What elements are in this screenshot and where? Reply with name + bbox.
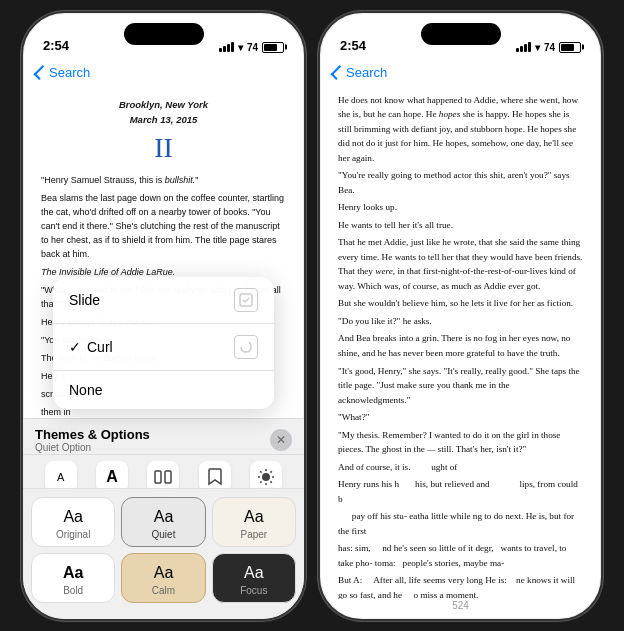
theme-original-name: Original — [56, 529, 90, 540]
dynamic-island — [124, 23, 204, 45]
r-para-12: And of course, it is. ught of — [338, 460, 583, 475]
left-status-icons: ▾ 74 — [219, 42, 284, 53]
r-signal-bar-2 — [520, 46, 523, 52]
right-battery-icon — [559, 42, 581, 53]
slide-icon — [234, 288, 258, 312]
left-back-button[interactable]: Search — [37, 65, 90, 80]
theme-calm[interactable]: Aa Calm — [121, 553, 205, 603]
r-signal-bar-4 — [528, 42, 531, 52]
right-book-content: He does not know what happened to Addie,… — [320, 89, 601, 599]
theme-focus[interactable]: Aa Focus — [212, 553, 296, 603]
r-para-14: pay off his stu- eatha little while ng t… — [338, 509, 583, 538]
right-nav-bar: Search — [320, 57, 601, 89]
theme-quiet-name: Quiet — [152, 529, 176, 540]
right-battery-fill — [561, 44, 574, 51]
r-para-8: And Bea breaks into a grin. There is no … — [338, 331, 583, 360]
theme-bold-label: Aa — [63, 564, 83, 582]
right-signal-bars — [516, 42, 531, 52]
r-para-10: "What?" — [338, 410, 583, 425]
r-para-15: has: sim, nd he's seen so little of it d… — [338, 541, 583, 570]
curl-icon — [234, 335, 258, 359]
r-para-16: But A: After all, life seems very long H… — [338, 573, 583, 598]
slide-option-none[interactable]: None — [53, 371, 274, 409]
right-back-label: Search — [346, 65, 387, 80]
left-back-label: Search — [49, 65, 90, 80]
right-status-icons: ▾ 74 — [516, 42, 581, 53]
theme-quiet[interactable]: Aa Quiet — [121, 497, 205, 547]
book-location: Brooklyn, New YorkMarch 13, 2015 — [41, 97, 286, 127]
chevron-left-icon — [34, 65, 49, 80]
battery-level: 74 — [247, 42, 258, 53]
r-para-5: That he met Addie, just like he wrote, t… — [338, 235, 583, 293]
book-header: Brooklyn, New YorkMarch 13, 2015 II — [41, 97, 286, 165]
theme-focus-name: Focus — [240, 585, 267, 596]
theme-calm-label: Aa — [154, 564, 174, 582]
left-nav-bar: Search — [23, 57, 304, 89]
book-chapter: II — [41, 131, 286, 165]
signal-bar-4 — [231, 42, 234, 52]
close-button[interactable]: ✕ — [270, 429, 292, 451]
r-para-3: Henry looks up. — [338, 200, 583, 215]
svg-line-9 — [271, 481, 272, 482]
r-signal-bar-3 — [524, 44, 527, 52]
svg-line-8 — [260, 471, 261, 472]
wifi-icon: ▾ — [238, 42, 243, 53]
themes-label: Themes & Options — [35, 427, 150, 442]
signal-bar-3 — [227, 44, 230, 52]
r-para-2: "You're really going to method actor thi… — [338, 168, 583, 197]
battery-icon — [262, 42, 284, 53]
r-para-6: But she wouldn't believe him, so he lets… — [338, 296, 583, 311]
themes-title: Themes & Options Quiet Option — [35, 427, 150, 453]
r-signal-bar-1 — [516, 48, 519, 52]
theme-paper[interactable]: Aa Paper — [212, 497, 296, 547]
column-icon — [154, 468, 172, 486]
para-1: "Henry Samuel Strauss, this is bullshit.… — [41, 174, 286, 188]
para-2: Bea slams the last page down on the coff… — [41, 192, 286, 262]
brightness-icon — [257, 468, 275, 486]
svg-point-3 — [262, 473, 270, 481]
slide-menu: Slide ✓ Curl None — [53, 277, 274, 409]
svg-rect-1 — [155, 471, 161, 483]
page-number: 524 — [452, 600, 469, 611]
slide-label: Slide — [69, 292, 100, 308]
right-phone: 2:54 ▾ 74 Search — [318, 11, 603, 621]
right-time: 2:54 — [340, 38, 366, 53]
right-dynamic-island — [421, 23, 501, 45]
themes-bar: Themes & Options Quiet Option ✕ — [23, 418, 304, 459]
theme-bold-name: Bold — [63, 585, 83, 596]
theme-calm-name: Calm — [152, 585, 175, 596]
battery-fill — [264, 44, 277, 51]
r-para-13: Henry runs his h his, but relieved and l… — [338, 477, 583, 506]
themes-grid: Aa Original Aa Quiet Aa Paper Aa Bold Aa… — [23, 488, 304, 619]
right-wifi-icon: ▾ — [535, 42, 540, 53]
theme-focus-label: Aa — [244, 564, 264, 582]
theme-original[interactable]: Aa Original — [31, 497, 115, 547]
close-icon: ✕ — [276, 433, 286, 447]
right-back-button[interactable]: Search — [334, 65, 387, 80]
checkmark-icon: ✓ — [69, 339, 81, 355]
slide-option-curl[interactable]: ✓ Curl — [53, 324, 274, 371]
theme-quiet-label: Aa — [154, 508, 174, 526]
svg-line-11 — [260, 481, 261, 482]
svg-line-10 — [271, 471, 272, 472]
bookmark-icon — [208, 468, 222, 486]
svg-rect-2 — [165, 471, 171, 483]
signal-bars — [219, 42, 234, 52]
none-label: None — [69, 382, 258, 398]
curl-label: Curl — [87, 339, 234, 355]
r-para-9: "It's good, Henry," she says. "It's real… — [338, 364, 583, 408]
slide-option-slide[interactable]: Slide — [53, 277, 274, 324]
theme-original-label: Aa — [63, 508, 83, 526]
phones-container: 2:54 ▾ 74 Search — [21, 11, 603, 621]
quiet-option-label: Quiet Option — [35, 442, 150, 453]
signal-bar-2 — [223, 46, 226, 52]
r-para-11: "My thesis. Remember? I wanted to do it … — [338, 428, 583, 457]
theme-bold[interactable]: Aa Bold — [31, 553, 115, 603]
theme-paper-name: Paper — [240, 529, 267, 540]
theme-paper-label: Aa — [244, 508, 264, 526]
right-battery-level: 74 — [544, 42, 555, 53]
r-para-1: He does not know what happened to Addie,… — [338, 93, 583, 166]
r-para-7: "Do you like it?" he asks. — [338, 314, 583, 329]
left-time: 2:54 — [43, 38, 69, 53]
signal-bar-1 — [219, 48, 222, 52]
